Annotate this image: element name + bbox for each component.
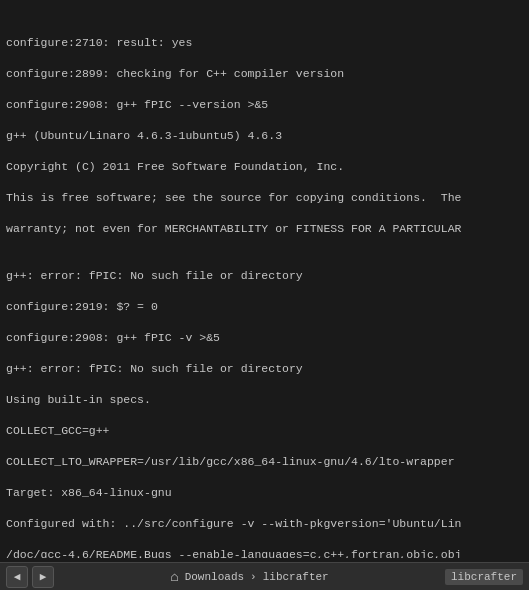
taskbar-left: ◀ ▶	[6, 566, 54, 588]
terminal-line: Using built-in specs.	[6, 392, 523, 408]
terminal-line: Target: x86_64-linux-gnu	[6, 485, 523, 501]
home-icon[interactable]: ⌂	[170, 569, 178, 585]
breadcrumb-separator: ›	[250, 571, 257, 583]
terminal-output: configure:2710: result: yes configure:28…	[6, 4, 523, 558]
terminal-container: configure:2710: result: yes configure:28…	[0, 0, 529, 562]
terminal-line: g++: error: fPIC: No such file or direct…	[6, 361, 523, 377]
forward-button[interactable]: ▶	[32, 566, 54, 588]
downloads-label[interactable]: Downloads	[185, 571, 244, 583]
terminal-line: configure:2710: result: yes	[6, 35, 523, 51]
terminal-line: g++ (Ubuntu/Linaro 4.6.3-1ubuntu5) 4.6.3	[6, 128, 523, 144]
taskbar: ◀ ▶ ⌂ Downloads › libcrafter libcrafter	[0, 562, 529, 590]
terminal-line: configure:2919: $? = 0	[6, 299, 523, 315]
terminal-line: configure:2899: checking for C++ compile…	[6, 66, 523, 82]
back-button[interactable]: ◀	[6, 566, 28, 588]
terminal-line: COLLECT_LTO_WRAPPER=/usr/lib/gcc/x86_64-…	[6, 454, 523, 470]
terminal-line: COLLECT_GCC=g++	[6, 423, 523, 439]
terminal-line: configure:2908: g++ fPIC -v >&5	[6, 330, 523, 346]
libcrafter-breadcrumb[interactable]: libcrafter	[263, 571, 329, 583]
terminal-line: configure:2908: g++ fPIC --version >&5	[6, 97, 523, 113]
terminal-line: Copyright (C) 2011 Free Software Foundat…	[6, 159, 523, 175]
terminal-line: /doc/gcc-4.6/README.Bugs --enable-langua…	[6, 547, 523, 558]
terminal-line: warranty; not even for MERCHANTABILITY o…	[6, 221, 523, 237]
terminal-line: Configured with: ../src/configure -v --w…	[6, 516, 523, 532]
libcrafter-badge: libcrafter	[445, 569, 523, 585]
terminal-line: g++: error: fPIC: No such file or direct…	[6, 268, 523, 284]
taskbar-center: ⌂ Downloads › libcrafter	[170, 569, 328, 585]
terminal-line: This is free software; see the source fo…	[6, 190, 523, 206]
taskbar-right: libcrafter	[445, 569, 523, 585]
